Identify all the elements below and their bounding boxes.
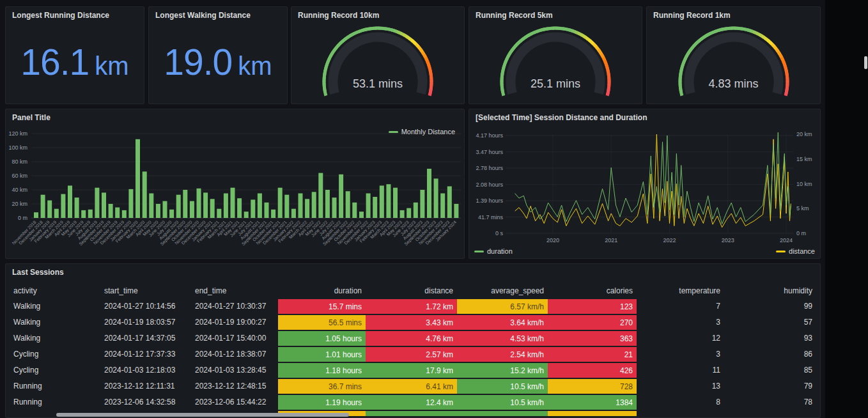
sessions-table-body: Walking2024-01-27 10:14:562024-01-27 10:…: [6, 298, 820, 416]
cell-humidity: [724, 410, 816, 416]
panel-title[interactable]: Longest Running Distance: [6, 7, 144, 22]
bar-chart: 0 m20 km40 km60 km80 km100 km120 kmNovem…: [6, 126, 465, 259]
cell-humidity: 93: [724, 330, 816, 346]
cell-calories: 21: [548, 347, 637, 362]
cell-activity: Walking: [10, 330, 100, 346]
column-header-humidity[interactable]: humidity: [724, 283, 816, 298]
panel-longest-walking-distance: Longest Walking Distance 19.0 km: [148, 6, 288, 104]
cell-duration: 1.18 hours: [278, 363, 366, 378]
cell-duration: 1.05 hours: [278, 331, 366, 346]
gauge-arc: [469, 22, 642, 104]
panel-title[interactable]: Running Record 5km: [469, 7, 642, 22]
svg-text:4.17 hours: 4.17 hours: [476, 132, 503, 139]
svg-text:0 s: 0 s: [495, 230, 504, 236]
cell-distance: 2.57 km: [366, 347, 457, 362]
panel-title[interactable]: [Selected Time] Session Distance and Dur…: [469, 109, 820, 125]
cell-start_time: 2024-01-27 10:14:56: [100, 298, 191, 314]
panel-title[interactable]: Running Record 10km: [291, 7, 464, 22]
stat-value: 16.1 km: [20, 41, 128, 83]
cell-duration: 15.7 mins: [278, 299, 366, 314]
vertical-scrollbar-thumb[interactable]: [864, 56, 867, 69]
gauge-arc: [291, 22, 465, 104]
cell-distance: 12.4 km: [366, 395, 457, 410]
legend-color-yellow: [776, 251, 786, 252]
legend-label: distance: [789, 247, 815, 255]
svg-text:60 km: 60 km: [12, 173, 27, 179]
svg-text:15 km: 15 km: [796, 156, 812, 162]
column-header-end_time[interactable]: end_time: [191, 283, 278, 298]
cell-average_speed: 3.64 km/h: [457, 315, 548, 330]
cell-duration: 56.5 mins: [278, 315, 366, 330]
legend-color-green: [474, 251, 484, 252]
cell-calories: 1384: [548, 395, 637, 410]
svg-text:2022: 2022: [663, 237, 676, 244]
column-header-temperature[interactable]: temperature: [637, 283, 724, 298]
svg-text:2.08 hours: 2.08 hours: [476, 182, 503, 188]
cell-distance: 17.9 km: [366, 363, 457, 378]
table-row: Walking2024-01-19 18:03:572024-01-19 19:…: [6, 314, 820, 330]
column-header-calories[interactable]: calories: [548, 283, 637, 298]
column-header-distance[interactable]: distance: [366, 283, 457, 298]
panel-title[interactable]: Running Record 1km: [647, 7, 820, 22]
column-header-average_speed[interactable]: average_speed: [457, 283, 548, 298]
panel-monthly-distance-bar-chart: Panel Title Monthly Distance 0 m20 km40 …: [5, 109, 465, 259]
svg-text:0 m: 0 m: [18, 215, 27, 221]
table-row: Running2023-12-06 14:32:582023-12-06 15:…: [6, 394, 820, 410]
cell-average_speed: [457, 411, 548, 416]
cell-average_speed: 2.54 km/h: [457, 347, 548, 362]
cell-distance: [366, 411, 457, 416]
panel-title[interactable]: Longest Walking Distance: [149, 7, 287, 22]
column-header-activity[interactable]: activity: [10, 283, 100, 298]
panel-running-record-1km: Running Record 1km 4.83 mins: [646, 6, 821, 104]
panel-longest-running-distance: Longest Running Distance 16.1 km: [5, 6, 144, 104]
svg-text:10 km: 10 km: [796, 181, 812, 187]
svg-text:0 m: 0 m: [796, 230, 806, 236]
cell-duration: 1.19 hours: [278, 395, 366, 410]
cell-temperature: 11: [637, 362, 724, 378]
svg-text:40 km: 40 km: [12, 187, 27, 193]
svg-text:20 km: 20 km: [796, 131, 812, 137]
sessions-table-header: activitystart_timeend_timedurationdistan…: [6, 283, 820, 298]
column-header-start_time[interactable]: start_time: [100, 283, 191, 298]
cell-start_time: 2024-01-12 17:37:33: [100, 346, 191, 362]
cell-activity: Running: [10, 394, 100, 410]
cell-average_speed: 10.5 km/h: [457, 379, 548, 394]
stat-unit: km: [238, 52, 272, 81]
cell-activity: Walking: [10, 314, 100, 330]
cell-distance: 3.43 km: [366, 315, 457, 330]
legend-label: duration: [487, 247, 513, 255]
cell-temperature: 7: [637, 298, 724, 314]
cell-end_time: 2024-01-03 13:28:45: [191, 362, 278, 378]
legend-distance[interactable]: distance: [776, 247, 815, 255]
panel-title[interactable]: Panel Title: [6, 109, 464, 125]
cell-calories: 728: [548, 379, 637, 394]
cell-humidity: 85: [724, 362, 816, 378]
stat-number: 16.1: [20, 41, 89, 83]
gauge-value: 25.1 mins: [469, 77, 642, 91]
cell-end_time: 2024-01-27 10:30:37: [191, 298, 278, 314]
svg-text:80 km: 80 km: [12, 159, 27, 165]
panel-title[interactable]: Last Sessions: [6, 264, 820, 279]
svg-text:2021: 2021: [605, 237, 617, 244]
stat-unit: km: [95, 52, 128, 81]
cell-start_time: 2023-12-12 12:11:31: [100, 378, 191, 394]
svg-text:3.47 hours: 3.47 hours: [476, 149, 503, 155]
legend-duration[interactable]: duration: [474, 247, 513, 255]
stat-value-wrap: 19.0 km: [149, 25, 287, 98]
gauge-value: 53.1 mins: [291, 77, 464, 91]
horizontal-scrollbar-thumb[interactable]: [56, 413, 349, 417]
svg-text:2024: 2024: [780, 237, 793, 244]
cell-activity: Running: [10, 378, 100, 394]
cell-distance: 4.76 km: [366, 331, 457, 346]
right-gutter: [825, 0, 868, 418]
cell-end_time: 2024-01-17 15:40:00: [191, 330, 278, 346]
cell-calories: 363: [548, 331, 637, 346]
cell-humidity: 79: [724, 378, 816, 394]
cell-calories: 123: [548, 299, 637, 314]
table-row: Walking2024-01-17 14:37:052024-01-17 15:…: [6, 330, 820, 346]
cell-distance: 6.41 km: [366, 379, 457, 394]
dashboard: Longest Running Distance 16.1 km Longest…: [0, 0, 868, 418]
stat-value: 19.0 km: [164, 41, 272, 83]
column-header-duration[interactable]: duration: [278, 283, 366, 298]
panel-session-distance-duration: [Selected Time] Session Distance and Dur…: [469, 109, 821, 259]
